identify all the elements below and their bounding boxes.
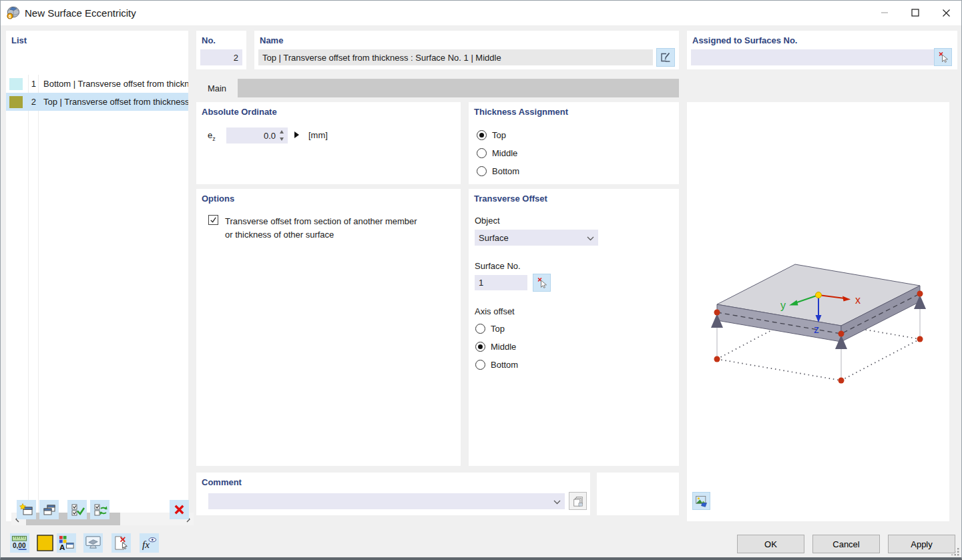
copy-entry-icon: [42, 503, 57, 517]
surface-no-input[interactable]: [475, 275, 527, 290]
color-button[interactable]: [35, 533, 55, 553]
list-item-number: 1: [23, 79, 38, 89]
display-properties-icon: A: [57, 534, 75, 552]
apply-button[interactable]: Apply: [888, 535, 955, 553]
delete-entry-icon: [173, 503, 186, 516]
display-properties-button[interactable]: A: [57, 533, 76, 553]
assigned-label: Assigned to Surfaces No.: [692, 35, 797, 45]
axis-y-label: y: [780, 300, 786, 311]
close-icon: [942, 9, 951, 17]
radio-icon: [477, 130, 487, 140]
radio-thickness-bottom[interactable]: Bottom: [477, 165, 519, 177]
radio-label: Top: [491, 324, 505, 334]
svg-text:6: 6: [9, 14, 11, 19]
radio-icon: [477, 166, 487, 176]
radio-axis-top[interactable]: Top: [475, 322, 505, 334]
assigned-surfaces-input[interactable]: [691, 49, 934, 65]
transverse-offset-title: Transverse Offset: [474, 194, 547, 204]
checkbox-checked-icon: [208, 215, 218, 225]
close-button[interactable]: [931, 1, 961, 25]
assigned-pick-button[interactable]: [934, 48, 952, 66]
save-image-button[interactable]: [692, 492, 710, 510]
color-swatch: [9, 78, 23, 90]
radio-axis-middle[interactable]: Middle: [475, 340, 516, 352]
app-icon: 6: [6, 5, 21, 20]
list-item-top-eccentricity[interactable]: 2 Top | Transverse offset from thickness: [6, 93, 188, 111]
up-down-spinner-icon: [278, 129, 285, 142]
ez-spinner[interactable]: [278, 129, 285, 144]
name-input[interactable]: [258, 49, 653, 65]
list-column-divider: [28, 75, 29, 513]
color-swatch-icon: [36, 534, 54, 552]
list-item-number: 2: [23, 97, 38, 107]
select-all-button[interactable]: [67, 500, 87, 519]
list-title: List: [11, 35, 27, 45]
svg-text:fx: fx: [142, 539, 150, 550]
rename-pencil-icon: [660, 51, 672, 63]
new-entry-icon: [19, 503, 34, 517]
comment-combobox[interactable]: [208, 493, 565, 509]
comment-presets-button[interactable]: [569, 492, 587, 510]
number-group: No.: [196, 31, 246, 69]
radio-thickness-top[interactable]: Top: [477, 129, 506, 141]
save-image-icon: [695, 495, 708, 508]
object-dropdown[interactable]: Surface: [475, 230, 598, 246]
axis-x-label: x: [855, 294, 861, 306]
chevron-down-icon: [587, 233, 594, 243]
tab-main[interactable]: Main: [196, 79, 238, 97]
ez-unit: [mm]: [308, 130, 328, 140]
list-item-bottom-eccentricity[interactable]: 1 Bottom | Transverse offset from thickn…: [6, 75, 188, 93]
color-swatch: [9, 96, 23, 108]
object-label: Object: [475, 216, 500, 226]
units-settings-button[interactable]: 0,00: [10, 533, 29, 553]
list-panel: List 1 Bottom | Transverse offset from t…: [6, 31, 188, 521]
options-section: Options Transverse offset from section o…: [196, 189, 461, 466]
surface-eccentricity-diagram: x y z: [687, 102, 949, 521]
origin-node: [816, 292, 822, 298]
rendering-button[interactable]: [83, 533, 103, 553]
dotted-plane-edge: [717, 359, 841, 380]
radio-icon: [475, 360, 485, 370]
svg-text:A: A: [59, 543, 65, 551]
units-icon: 0,00: [11, 534, 29, 552]
resize-grip[interactable]: [951, 548, 959, 556]
cancel-button[interactable]: Cancel: [812, 535, 880, 553]
invert-selection-button[interactable]: [90, 500, 109, 519]
radio-icon: [475, 342, 485, 352]
minimize-button[interactable]: [869, 1, 900, 25]
formula-fx-icon: fx: [140, 534, 158, 552]
radio-thickness-middle[interactable]: Middle: [477, 147, 517, 159]
maximize-button[interactable]: [900, 1, 931, 25]
comment-section: Comment: [196, 473, 590, 515]
new-surface-eccentricity-dialog: 6 New Surface Eccentricity List 1 Bottom…: [0, 0, 962, 560]
radio-axis-bottom[interactable]: Bottom: [475, 358, 518, 370]
object-dropdown-value: Surface: [479, 233, 509, 243]
axis-offset-label: Axis offset: [475, 306, 515, 316]
ez-options-button[interactable]: [294, 129, 300, 142]
delete-entry-button[interactable]: [170, 500, 189, 519]
minimize-icon: [881, 9, 889, 17]
no-label: No.: [202, 35, 216, 45]
no-input[interactable]: [200, 49, 242, 65]
titlebar[interactable]: 6 New Surface Eccentricity: [1, 1, 961, 25]
ok-button[interactable]: OK: [737, 535, 804, 553]
transverse-offset-checkbox-row[interactable]: Transverse offset from section of anothe…: [208, 215, 417, 242]
maximize-icon: [911, 9, 919, 17]
copy-entry-button[interactable]: [39, 500, 59, 519]
pick-cursor-clear-icon: [535, 276, 549, 290]
transverse-offset-section: Transverse Offset Object Surface Surface…: [469, 189, 679, 466]
select-all-icon: [70, 503, 85, 517]
window-title: New Surface Eccentricity: [25, 7, 136, 19]
right-arrow-icon: [294, 129, 300, 140]
name-group: Name: [254, 31, 679, 69]
surface-pick-button[interactable]: [533, 274, 551, 292]
dotted-plane-edge: [841, 339, 920, 380]
comment-title: Comment: [202, 477, 242, 487]
tab-main-label: Main: [208, 83, 226, 93]
remove-assignment-button[interactable]: [111, 533, 131, 553]
edit-name-button[interactable]: [656, 48, 675, 67]
radio-icon: [477, 148, 487, 158]
new-entry-button[interactable]: [17, 500, 36, 519]
formula-button[interactable]: fx: [140, 533, 159, 553]
surface-no-label: Surface No.: [475, 261, 521, 271]
